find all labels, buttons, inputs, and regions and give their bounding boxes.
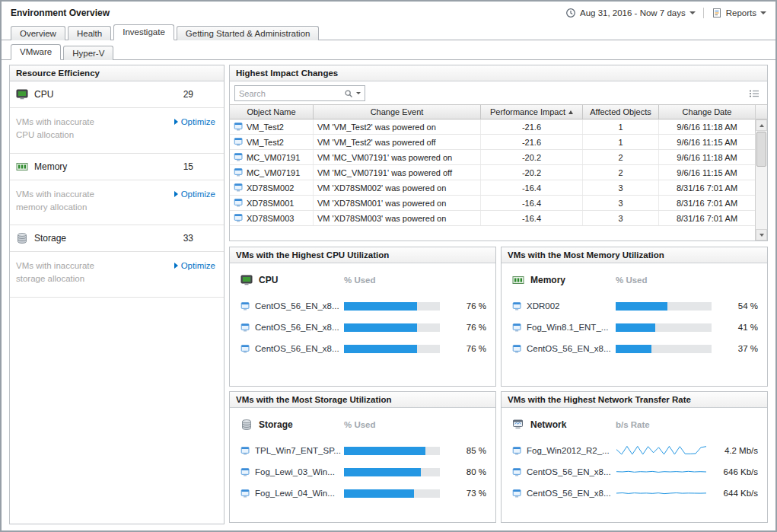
cell-affected: 2 — [618, 168, 623, 177]
transfer-value: 644 Kb/s — [724, 489, 758, 498]
usage-bar-fill — [344, 302, 417, 311]
vm-icon — [512, 323, 522, 333]
panel-title: VMs with the Highest Network Transfer Ra… — [502, 392, 767, 408]
triangle-up-icon — [759, 124, 764, 127]
col-change-event[interactable]: Change Event — [314, 105, 481, 119]
header-label: Performance Impact — [490, 107, 565, 116]
optimize-memory-link[interactable]: Optimize — [174, 190, 218, 199]
vm-icon — [234, 213, 244, 223]
vertical-scrollbar[interactable] — [755, 105, 767, 241]
vm-transfer-row[interactable]: Fog_Win2012_R2_... 4.2 Mb/s — [512, 440, 758, 461]
divider — [703, 8, 704, 18]
cell-object: XD78SM002 — [247, 183, 294, 193]
cell-date: 9/6/16 11:15 AM — [677, 168, 737, 177]
vm-usage-row[interactable]: CentOS_56_EN_x8... 37 % — [512, 338, 758, 359]
tab-overview[interactable]: Overview — [11, 26, 65, 40]
cell-impact: -16.4 — [522, 214, 541, 223]
table-row[interactable]: VM_Test2 VM 'VM_Test2' was powered off -… — [230, 135, 755, 150]
scroll-up-button[interactable] — [756, 119, 767, 131]
metric-name: CPU — [259, 275, 278, 285]
vm-usage-row[interactable]: CentOS_56_EN_x8... 76 % — [240, 338, 486, 359]
search-options-chevron-icon[interactable] — [356, 92, 361, 94]
table-row[interactable]: MC_VM07191 VM 'MC_VM07191' was powered o… — [230, 150, 755, 165]
value-header: % Used — [344, 276, 376, 285]
col-change-date[interactable]: Change Date — [659, 105, 755, 119]
storage-icon — [16, 232, 28, 244]
cell-date: 8/31/16 7:01 AM — [677, 183, 737, 193]
optimize-arrow-icon — [174, 263, 178, 269]
tab-getting-started-administration[interactable]: Getting Started & Administration — [177, 26, 320, 40]
table-row[interactable]: XD78SM001 VM 'XD78SM001' was powered on … — [230, 196, 755, 211]
cell-object: MC_VM07191 — [247, 168, 300, 177]
usage-bar — [344, 447, 440, 455]
optimize-label: Optimize — [181, 261, 215, 270]
changes-grid: Object Name Change Event Performance Imp… — [230, 105, 755, 241]
vm-transfer-row[interactable]: CentOS_56_EN_x8... 646 Kb/s — [512, 461, 758, 483]
optimize-storage-link[interactable]: Optimize — [174, 261, 218, 270]
subtab-vmware[interactable]: VMware — [11, 44, 61, 60]
top-bar-actions: Aug 31, 2016 - Now 7 days Reports — [565, 8, 766, 18]
metric-label: CPU — [34, 89, 53, 100]
vm-name: Fog_Lewi_04_Win... — [255, 489, 335, 498]
vm-usage-row[interactable]: CentOS_56_EN_x8... 76 % — [240, 317, 486, 338]
panel-body: CPU % Used CentOS_56_EN_x8... 76 % CentO… — [230, 263, 495, 386]
usage-bar-fill — [344, 468, 421, 476]
search-icon[interactable] — [344, 89, 353, 98]
cell-object: MC_VM07191 — [247, 153, 300, 162]
usage-bar — [344, 489, 440, 498]
search-row — [230, 81, 767, 104]
col-affected-objects[interactable]: Affected Objects — [583, 105, 659, 119]
table-row[interactable]: XD78SM002 VM 'XD78SM002' was powered on … — [230, 180, 755, 196]
vm-icon — [240, 301, 250, 311]
panel-title: VMs with the Most Storage Utilization — [230, 392, 495, 408]
vm-usage-row[interactable]: Fog_Lewi_04_Win... 73 % — [240, 483, 486, 504]
vm-transfer-row[interactable]: CentOS_56_EN_x8... 644 Kb/s — [512, 483, 758, 504]
table-row[interactable]: XD78SM003 VM 'XD78SM003' was powered on … — [230, 211, 755, 226]
optimize-cpu-link[interactable]: Optimize — [174, 117, 218, 126]
usage-value: 37 % — [738, 344, 758, 353]
scrollbar-track[interactable] — [756, 167, 767, 229]
transfer-value: 4.2 Mb/s — [724, 446, 758, 455]
vm-name: CentOS_56_EN_x8... — [527, 344, 611, 353]
panel-title: Resource Efficiency — [10, 65, 224, 81]
cpu-note-row: VMs with inaccurate CPU allocation Optim… — [10, 108, 224, 154]
content-area: Resource Efficiency CPU 29 VMs with inac… — [2, 60, 775, 530]
chevron-down-icon — [760, 11, 766, 14]
subtab-hyper-v[interactable]: Hyper-V — [63, 46, 113, 60]
vm-usage-row[interactable]: XDR002 54 % — [512, 295, 758, 317]
scrollbar-thumb[interactable] — [756, 132, 766, 167]
scroll-down-button[interactable] — [756, 229, 767, 241]
value-header: % Used — [344, 420, 376, 429]
memory-metric-row: Memory 15 — [10, 154, 224, 180]
col-performance-impact[interactable]: Performance Impact — [481, 105, 583, 119]
cell-date: 8/31/16 7:01 AM — [677, 199, 737, 208]
vm-usage-row[interactable]: Fog_Lewi_03_Win... 80 % — [240, 461, 486, 483]
usage-bar-fill — [344, 447, 425, 455]
cell-impact: -20.2 — [522, 168, 541, 177]
cpu-utilization-panel: VMs with the Highest CPU Utilization CPU… — [229, 247, 496, 387]
search-input[interactable] — [239, 89, 341, 98]
table-row[interactable]: MC_VM07191 VM 'MC_VM07191' was powered o… — [230, 165, 755, 180]
vm-icon — [512, 446, 522, 456]
vm-usage-row[interactable]: TPL_Win7_ENT_SP... 85 % — [240, 440, 486, 461]
cell-affected: 3 — [618, 214, 623, 223]
vm-icon — [234, 183, 244, 193]
col-object-name[interactable]: Object Name — [230, 105, 314, 119]
time-range-selector[interactable]: Aug 31, 2016 - Now 7 days — [565, 8, 696, 18]
reports-button[interactable]: Reports — [712, 8, 766, 18]
table-row[interactable]: VM_Test2 VM 'VM_Test2' was powered on -2… — [230, 119, 755, 135]
storage-icon — [240, 419, 253, 431]
vm-icon — [234, 152, 244, 162]
search-box[interactable] — [234, 85, 365, 101]
sort-asc-icon — [568, 110, 573, 114]
storage-note-row: VMs with inaccurate storage allocation O… — [10, 252, 224, 298]
header-label: Affected Objects — [590, 107, 651, 116]
table-options-icon[interactable] — [749, 88, 759, 99]
tab-health[interactable]: Health — [68, 26, 111, 40]
usage-bar-fill — [344, 323, 417, 332]
vm-usage-row[interactable]: Fog_Win8.1_ENT_... 41 % — [512, 317, 758, 338]
vm-usage-row[interactable]: CentOS_56_EN_x8... 76 % — [240, 295, 486, 317]
panel-title: Highest Impact Changes — [230, 65, 767, 81]
transfer-sparkline — [616, 444, 709, 457]
tab-investigate[interactable]: Investigate — [113, 24, 174, 40]
